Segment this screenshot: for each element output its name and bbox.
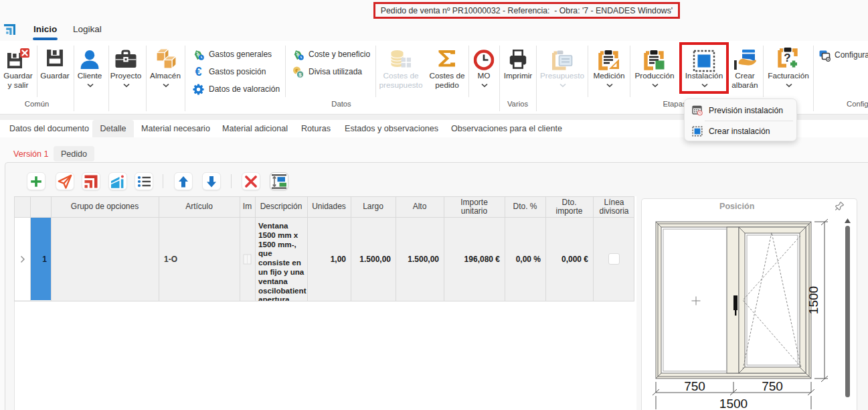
svg-text:$: $ bbox=[298, 72, 302, 78]
svg-text:750: 750 bbox=[684, 379, 705, 393]
svg-text:1500: 1500 bbox=[806, 286, 820, 314]
svg-text:1500: 1500 bbox=[719, 397, 748, 410]
svg-text:?: ? bbox=[784, 52, 790, 64]
svg-text:750: 750 bbox=[762, 379, 783, 393]
